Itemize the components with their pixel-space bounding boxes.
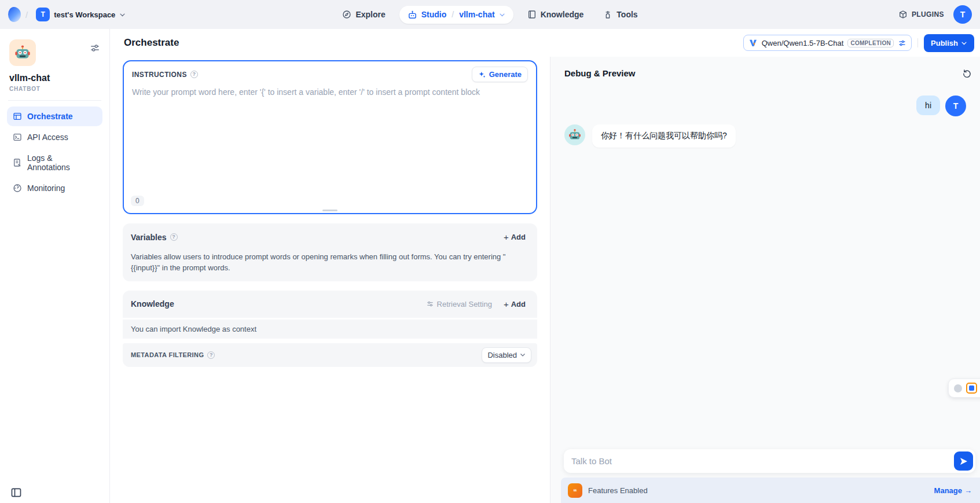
plugins-button[interactable]: PLUGINS (898, 10, 944, 19)
user-chat-avatar: T (945, 96, 966, 116)
orchestrate-config-panel: INSTRUCTIONS Generate 0 (110, 57, 550, 503)
sidebar-item-api-access[interactable]: API Access (7, 127, 102, 147)
tools-icon (603, 10, 612, 19)
add-knowledge-button[interactable]: Add (500, 297, 529, 311)
manage-label: Manage (934, 486, 962, 495)
sidebar-item-monitoring[interactable]: Monitoring (7, 178, 102, 198)
nav-current-app: vllm-chat (459, 10, 494, 19)
plugins-label: PLUGINS (912, 10, 944, 19)
explore-icon (342, 10, 351, 19)
sparkles-icon (478, 71, 486, 79)
generate-button[interactable]: Generate (472, 67, 528, 82)
manage-features-link[interactable]: Manage (934, 486, 972, 495)
sidebar-item-orchestrate[interactable]: Orchestrate (7, 107, 102, 126)
plus-icon (504, 232, 509, 242)
logs-icon (13, 158, 22, 167)
publish-button[interactable]: Publish (924, 34, 974, 52)
retrieval-settings-icon (426, 300, 434, 308)
nav-explore-label: Explore (355, 10, 385, 19)
workspace-avatar: T (36, 8, 50, 21)
model-selector[interactable]: Qwen/Qwen1.5-7B-Chat COMPLETION (743, 35, 912, 51)
retrieval-setting-button[interactable]: Retrieval Setting (426, 300, 492, 309)
vllm-logo-icon (748, 38, 758, 47)
add-variable-button[interactable]: Add (500, 230, 529, 244)
app-icon[interactable] (9, 39, 36, 66)
package-icon (898, 10, 908, 19)
char-count-badge: 0 (131, 196, 144, 206)
bot-chat-avatar (564, 124, 585, 145)
restart-conversation-button[interactable] (960, 66, 974, 80)
bot-message-bubble: 你好！有什么问题我可以帮助你吗? (592, 124, 736, 148)
model-params-icon[interactable] (898, 39, 906, 47)
widget-dot-icon (954, 384, 962, 392)
metadata-filtering-title: METADATA FILTERING (131, 351, 204, 358)
help-icon[interactable] (190, 71, 198, 78)
app-name: vllm-chat (9, 73, 100, 83)
nav-studio[interactable]: Studio / vllm-chat (399, 6, 513, 24)
chat-message-list: hi T 你好！有什么问题我可以帮助你吗? (550, 85, 980, 449)
send-button[interactable] (954, 451, 973, 471)
panel-collapse-icon (10, 487, 22, 498)
metadata-filtering-section: METADATA FILTERING Disabled (123, 343, 537, 367)
variables-title: Variables (131, 233, 167, 242)
chevron-down-icon (499, 12, 505, 18)
nav-separator: / (452, 10, 454, 19)
app-sidebar: vllm-chat CHATBOT Orchestrate API Access… (0, 29, 110, 503)
nav-tools[interactable]: Tools (597, 6, 643, 23)
features-bar: Features Enabled Manage (561, 478, 980, 503)
chat-message-bot: 你好！有什么问题我可以帮助你吗? (564, 124, 966, 148)
robot-emoji-icon (568, 128, 581, 141)
sidebar-item-label: Orchestrate (27, 112, 73, 121)
widget-logo-icon (966, 383, 977, 394)
features-enabled-label: Features Enabled (588, 486, 648, 495)
knowledge-description: You can import Knowledge as context (123, 320, 537, 339)
chat-input[interactable] (564, 456, 975, 466)
book-icon (527, 10, 537, 19)
nav-knowledge-label: Knowledge (541, 10, 584, 19)
chat-input-container (564, 449, 975, 473)
chevron-down-icon (520, 352, 526, 358)
help-icon[interactable] (170, 233, 178, 241)
arrow-right-icon (964, 486, 972, 495)
publish-label: Publish (931, 39, 958, 47)
variables-description: Variables allow users to introduce promp… (123, 251, 537, 281)
model-mode-badge: COMPLETION (847, 39, 894, 47)
sidebar-item-logs-annotations[interactable]: Logs & Annotations (7, 148, 102, 177)
retrieval-setting-label: Retrieval Setting (437, 300, 492, 309)
nav-knowledge[interactable]: Knowledge (522, 6, 590, 23)
dify-logo[interactable] (8, 7, 21, 22)
chevron-down-icon (961, 40, 967, 46)
send-icon (959, 457, 968, 466)
sidebar-divider (8, 100, 101, 101)
knowledge-section-header: Knowledge Retrieval Setting Add (123, 291, 537, 318)
metadata-filtering-value: Disabled (487, 351, 517, 359)
orchestrate-icon (13, 112, 22, 121)
nav-explore[interactable]: Explore (336, 6, 391, 23)
robot-icon (408, 10, 417, 20)
debug-preview-panel: Debug & Preview hi T 你好！有什么问题我可以帮助你吗 (550, 57, 980, 503)
header-divider (917, 38, 918, 47)
generate-label: Generate (489, 70, 522, 79)
feedback-widget[interactable] (948, 379, 980, 398)
nav-tools-label: Tools (616, 10, 637, 19)
prompt-input[interactable] (132, 87, 528, 193)
main-header: Orchestrate Qwen/Qwen1.5-7B-Chat COMPLET… (110, 29, 980, 57)
chevron-down-icon (119, 12, 126, 18)
page-title: Orchestrate (124, 37, 179, 49)
monitoring-icon (13, 183, 22, 193)
variables-section: Variables Add Variables allow users to i… (123, 223, 537, 281)
sidebar-item-label: API Access (27, 133, 68, 142)
metadata-filtering-dropdown[interactable]: Disabled (482, 347, 531, 363)
resize-handle[interactable] (322, 210, 337, 211)
workspace-selector[interactable]: T test's Workspace (32, 5, 129, 24)
refresh-icon (962, 68, 972, 78)
user-avatar[interactable]: T (953, 5, 972, 24)
app-type-label: CHATBOT (9, 86, 100, 92)
sidebar-item-label: Logs & Annotations (27, 153, 97, 172)
workspace-name: test's Workspace (54, 10, 115, 19)
collapse-sidebar-button[interactable] (10, 487, 22, 498)
app-settings-icon[interactable] (90, 43, 100, 53)
help-icon[interactable] (207, 351, 215, 359)
add-label: Add (511, 233, 526, 241)
instructions-panel: INSTRUCTIONS Generate 0 (123, 60, 537, 214)
